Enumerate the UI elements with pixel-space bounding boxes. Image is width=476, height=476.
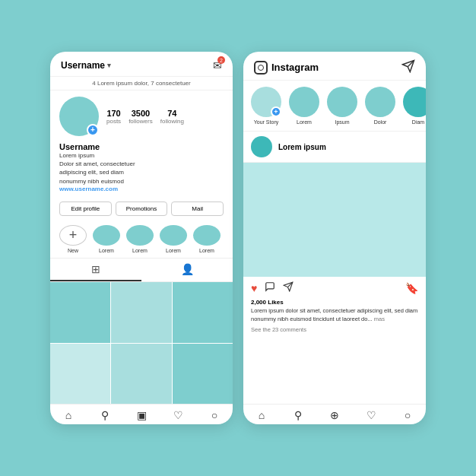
caption-text: Lorem ipsum dolor sit amet, consectetuer… <box>251 307 417 322</box>
photo-cell-5[interactable] <box>111 344 171 404</box>
comment-icon[interactable] <box>265 281 275 294</box>
stat-posts: 170 posts <box>106 109 121 125</box>
profile-link[interactable]: www.username.com <box>59 186 224 192</box>
nav-heart[interactable]: ♡ <box>160 409 196 421</box>
highlight-3[interactable]: Lorem <box>160 225 187 254</box>
highlight-label-4: Lorem <box>199 248 214 253</box>
story-circle-lorem <box>289 87 319 117</box>
story-label-dolor: Dolor <box>374 119 387 125</box>
share-icon[interactable] <box>283 281 294 294</box>
photo-cell-1[interactable] <box>50 282 110 342</box>
dm-avatar <box>251 136 272 157</box>
story-your[interactable]: + Your Story <box>251 87 281 125</box>
dm-name: Lorem ipsum <box>278 143 326 151</box>
bookmark-icon[interactable]: 🔖 <box>405 282 418 294</box>
feed-image <box>243 163 426 277</box>
highlights-row: + New Lorem Lorem Lorem Lorem <box>50 221 233 259</box>
action-buttons: Edit profile Promotions Mail <box>50 197 233 221</box>
story-label-ipsum: Ipsum <box>335 119 349 125</box>
left-bottom-nav: ⌂ ⚲ ▣ ♡ ○ <box>50 404 233 424</box>
left-header: Username ▾ ✉ 2 <box>50 52 233 77</box>
nav-home[interactable]: ⌂ <box>50 409 87 421</box>
desc-line3: adipiscing elit, sed diam <box>59 169 124 176</box>
right-nav-heart[interactable]: ♡ <box>353 409 389 421</box>
stories-row: + Your Story Lorem Ipsum Dolor Diam <box>243 81 426 132</box>
right-nav-profile[interactable]: ○ <box>389 409 426 421</box>
desc-line1: Lorem ipsum <box>59 152 94 159</box>
tag-tab-icon[interactable]: 👤 <box>141 259 233 281</box>
notification-icon[interactable]: ✉ 2 <box>213 59 222 71</box>
nav-profile[interactable]: ○ <box>196 409 233 421</box>
your-story-label: Your Story <box>254 119 278 125</box>
right-nav-home[interactable]: ⌂ <box>243 409 280 421</box>
right-nav-add[interactable]: ⊕ <box>316 409 353 421</box>
photo-grid <box>50 282 233 404</box>
story-plus-icon: + <box>271 106 281 117</box>
feed-likes: 2,000 Likes <box>243 299 426 306</box>
edit-profile-button[interactable]: Edit profile <box>59 202 112 216</box>
send-icon[interactable] <box>401 59 415 75</box>
stat-followers: 3500 followers <box>129 109 153 125</box>
promotions-button[interactable]: Promotions <box>116 202 168 216</box>
lorem-header: 4 Lorem ipsum dolor, 7 consectetuer <box>50 77 233 90</box>
feed-more[interactable]: mas <box>374 316 385 322</box>
desc-line2: Dolor sit amet, consectetuer <box>59 160 135 167</box>
highlight-4[interactable]: Lorem <box>193 225 221 254</box>
stat-following: 74 following <box>160 109 184 125</box>
story-lorem[interactable]: Lorem <box>289 87 319 125</box>
followers-label: followers <box>129 118 153 125</box>
dm-item[interactable]: Lorem ipsum <box>243 132 426 163</box>
photo-cell-6[interactable] <box>173 344 233 404</box>
highlight-label-2: Lorem <box>132 248 148 253</box>
story-diam[interactable]: Diam <box>403 87 426 125</box>
story-dolor[interactable]: Dolor <box>365 87 395 125</box>
avatar-wrap: + <box>59 97 99 136</box>
mail-button[interactable]: Mail <box>171 202 224 216</box>
following-label: following <box>160 118 184 125</box>
avatar-plus-icon[interactable]: + <box>87 124 99 136</box>
desc-line4: nonummy nibh euismod <box>59 178 124 185</box>
story-circle-ipsum <box>327 87 357 117</box>
highlight-1[interactable]: Lorem <box>93 225 120 254</box>
story-circle-diam <box>403 87 426 117</box>
highlight-label-1: Lorem <box>99 248 114 253</box>
right-bottom-nav: ⌂ ⚲ ⊕ ♡ ○ <box>243 404 426 424</box>
your-story-wrap: + <box>251 87 281 117</box>
highlight-label-3: Lorem <box>166 248 181 253</box>
highlight-circle-4 <box>193 225 221 246</box>
username-header[interactable]: Username ▾ <box>61 60 111 71</box>
profile-info: Username Lorem ipsum Dolor sit amet, con… <box>50 142 233 197</box>
photo-cell-4[interactable] <box>50 344 110 404</box>
grid-tab-icon[interactable]: ⊞ <box>50 259 141 281</box>
chevron-down-icon: ▾ <box>107 62 111 69</box>
photo-cell-3[interactable] <box>173 282 233 342</box>
story-ipsum[interactable]: Ipsum <box>327 87 357 125</box>
left-phone: Username ▾ ✉ 2 4 Lorem ipsum dolor, 7 co… <box>50 52 233 424</box>
instagram-logo: Instagram <box>254 61 319 75</box>
highlight-circle-2 <box>126 225 154 246</box>
right-nav-search[interactable]: ⚲ <box>280 409 316 421</box>
right-header: Instagram <box>243 52 426 81</box>
header-username: Username <box>61 60 105 71</box>
new-label: New <box>68 248 78 253</box>
main-container: Username ▾ ✉ 2 4 Lorem ipsum dolor, 7 co… <box>35 36 441 440</box>
photo-cell-2[interactable] <box>111 282 171 342</box>
profile-desc: Lorem ipsum Dolor sit amet, consectetuer… <box>59 151 224 186</box>
highlight-new[interactable]: + New <box>59 225 87 254</box>
instagram-title: Instagram <box>271 62 319 73</box>
story-label-diam: Diam <box>412 119 424 125</box>
feed-actions: ♥ 🔖 <box>243 277 426 299</box>
stats-section: 170 posts 3500 followers 74 following <box>106 109 184 125</box>
new-highlight-circle: + <box>59 225 87 246</box>
notif-badge: 2 <box>217 56 225 64</box>
feed-caption: Lorem ipsum dolor sit amet, consectetuer… <box>243 306 426 325</box>
profile-name: Username <box>59 142 224 151</box>
like-icon[interactable]: ♥ <box>251 282 257 294</box>
highlight-circle-3 <box>160 225 187 246</box>
nav-add[interactable]: ▣ <box>123 409 160 421</box>
nav-search[interactable]: ⚲ <box>87 409 123 421</box>
feed-comments[interactable]: See the 23 comments <box>243 325 426 338</box>
instagram-inner <box>258 65 264 71</box>
highlight-2[interactable]: Lorem <box>126 225 154 254</box>
story-label-lorem: Lorem <box>297 119 312 125</box>
